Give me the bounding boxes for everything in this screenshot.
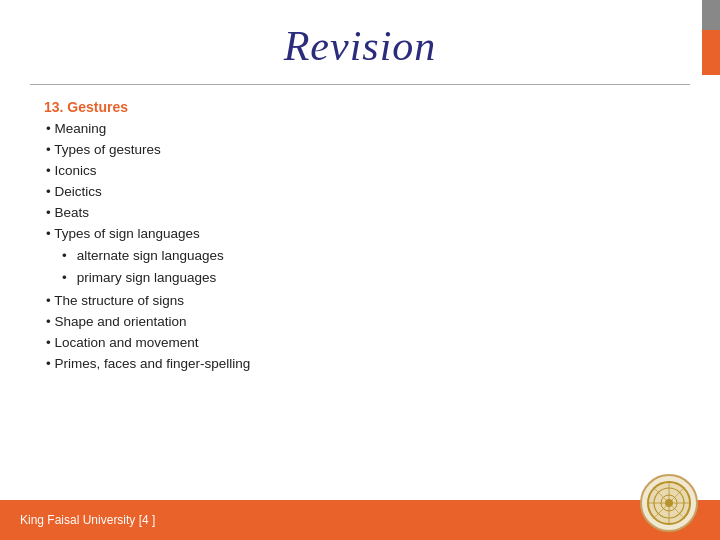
section2-bullet-list: The structure of signs Shape and orienta… <box>44 291 676 375</box>
section1-header: 13. Gestures <box>44 99 676 115</box>
section1-bullet-list: Meaning Types of gestures Iconics Deicti… <box>44 119 676 245</box>
sub-bullet-primary: primary sign languages <box>62 267 676 289</box>
bullet-primes: Primes, faces and finger-spelling <box>44 354 676 375</box>
content-area: 13. Gestures Meaning Types of gestures I… <box>0 85 720 540</box>
svg-point-7 <box>665 499 673 507</box>
bullet-location: Location and movement <box>44 333 676 354</box>
bullet-types-gestures: Types of gestures <box>44 140 676 161</box>
bullet-iconics: Iconics <box>44 161 676 182</box>
bullet-beats: Beats <box>44 203 676 224</box>
footer-text: King Faisal University [4 ] <box>20 513 155 527</box>
title-area: Revision <box>0 0 720 80</box>
gray-bar-decoration <box>702 0 720 30</box>
bullet-types-sign-languages: Types of sign languages <box>44 224 676 245</box>
footer: King Faisal University [4 ] <box>0 500 720 540</box>
alternate-label: alternate sign languages <box>77 245 224 267</box>
slide: Revision 13. Gestures Meaning Types of g… <box>0 0 720 540</box>
bullet-shape: Shape and orientation <box>44 312 676 333</box>
university-logo <box>640 474 698 532</box>
bullet-structure: The structure of signs <box>44 291 676 312</box>
slide-title: Revision <box>0 22 720 70</box>
primary-label: primary sign languages <box>77 267 217 289</box>
bullet-meaning: Meaning <box>44 119 676 140</box>
logo-svg <box>646 480 692 526</box>
sub-bullet-alternate: alternate sign languages <box>62 245 676 267</box>
bullet-deictics: Deictics <box>44 182 676 203</box>
